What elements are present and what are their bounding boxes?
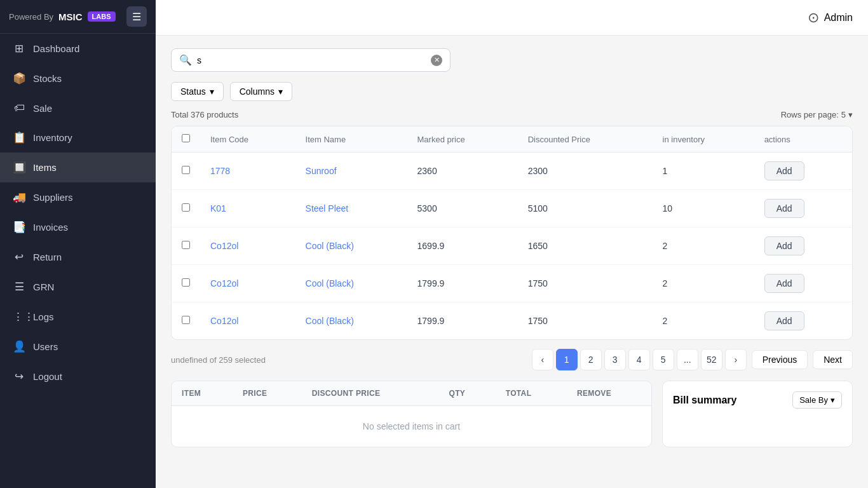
admin-area: ⊙ Admin: [808, 10, 853, 26]
clear-search-button[interactable]: ✕: [431, 55, 442, 66]
previous-button[interactable]: Previous: [752, 350, 808, 369]
page-controls: ‹12345...52›: [532, 349, 747, 370]
item-code-3: Co12ol: [200, 265, 295, 302]
item-name-link-2[interactable]: Cool (Black): [306, 241, 354, 251]
nav-label-inventory: Inventory: [33, 132, 72, 143]
page-btn-52[interactable]: 52: [701, 349, 722, 370]
page-btn-4[interactable]: 4: [628, 349, 650, 370]
add-button-2[interactable]: Add: [764, 236, 804, 255]
item-name-link-0[interactable]: Sunroof: [306, 166, 337, 176]
chevron-down-icon-3[interactable]: ▾: [848, 110, 853, 119]
row-checkbox-1[interactable]: [182, 203, 190, 212]
sidebar-item-grn[interactable]: ☰ GRN: [0, 272, 156, 302]
table-row: Co12ol Cool (Black) 1799.9 1750 2 Add: [172, 302, 852, 340]
page-next-chevron[interactable]: ›: [725, 349, 747, 370]
page-btn-3[interactable]: 3: [604, 349, 626, 370]
select-all-checkbox[interactable]: [182, 134, 190, 142]
page-btn-2[interactable]: 2: [580, 349, 602, 370]
table-row: Co12ol Cool (Black) 1699.9 1650 2 Add: [172, 227, 852, 265]
sidebar-item-users[interactable]: 👤 Users: [0, 332, 156, 362]
content-area: 🔍 ✕ Status ▾ Columns ▾ Total 376 product…: [156, 36, 868, 488]
item-code-link-2[interactable]: Co12ol: [210, 241, 238, 251]
sidebar-item-dashboard[interactable]: ⊞ Dashboard: [0, 34, 156, 64]
item-code-0: 1778: [200, 152, 295, 190]
row-checkbox-0[interactable]: [182, 166, 190, 174]
row-checkbox-4[interactable]: [182, 316, 190, 324]
cart-table-body: No selected items in cart: [172, 406, 651, 447]
item-code-link-4[interactable]: Co12ol: [210, 316, 238, 326]
col-header-5: in inventory: [653, 126, 754, 152]
item-name-link-4[interactable]: Cool (Black): [306, 316, 354, 326]
search-input[interactable]: [197, 55, 426, 65]
add-button-0[interactable]: Add: [764, 161, 804, 180]
table-header-row: Total 376 products Rows per page: 5 ▾: [171, 110, 853, 119]
table-body: 1778 Sunroof 2360 2300 1 Add K01 Steel P…: [172, 152, 852, 340]
col-header-0: [172, 126, 200, 152]
actions-3: Add: [754, 265, 852, 302]
sale-by-dropdown[interactable]: Sale By ▾: [792, 391, 842, 409]
status-filter-button[interactable]: Status ▾: [171, 82, 224, 101]
add-button-4[interactable]: Add: [764, 311, 804, 330]
cart-table-head: ITEMPRICEDISCOUNT PRICEQTYTOTALREMOVE: [172, 381, 651, 406]
add-button-1[interactable]: Add: [764, 199, 804, 218]
row-checkbox-cell-3: [172, 265, 200, 302]
chevron-down-icon-4: ▾: [831, 395, 835, 405]
marked-price-2: 1699.9: [407, 227, 518, 265]
item-code-link-3[interactable]: Co12ol: [210, 278, 238, 288]
next-button[interactable]: Next: [813, 350, 853, 369]
filter-row: Status ▾ Columns ▾: [171, 82, 853, 101]
actions-1: Add: [754, 190, 852, 227]
item-name-2: Cool (Black): [295, 227, 407, 265]
nav-label-sale: Sale: [33, 103, 52, 114]
sidebar-item-suppliers[interactable]: 🚚 Suppliers: [0, 182, 156, 212]
row-checkbox-cell-4: [172, 302, 200, 340]
page-btn-1[interactable]: 1: [556, 349, 578, 370]
item-code-link-0[interactable]: 1778: [210, 166, 230, 176]
sidebar-item-items[interactable]: 🔲 Items: [0, 152, 156, 182]
topbar: ⊙ Admin: [156, 0, 868, 36]
nav-icon-invoices: 📑: [13, 220, 25, 234]
page-prev-chevron[interactable]: ‹: [532, 349, 553, 370]
add-button-3[interactable]: Add: [764, 274, 804, 293]
nav-label-users: Users: [33, 341, 58, 352]
row-checkbox-2[interactable]: [182, 241, 190, 249]
sidebar-item-logs[interactable]: ⋮⋮ Logs: [0, 302, 156, 332]
sidebar: Powered By MSIC LABS ☰ ⊞ Dashboard 📦 Sto…: [0, 0, 156, 488]
nav-label-grn: GRN: [33, 281, 54, 292]
item-name-0: Sunroof: [295, 152, 407, 190]
item-code-1: K01: [200, 190, 295, 227]
actions-2: Add: [754, 227, 852, 265]
in-inventory-0: 1: [653, 152, 754, 190]
sidebar-item-stocks[interactable]: 📦 Stocks: [0, 64, 156, 93]
sidebar-item-inventory[interactable]: 📋 Inventory: [0, 123, 156, 152]
sidebar-item-logout[interactable]: ↪ Logout: [0, 362, 156, 391]
columns-filter-button[interactable]: Columns ▾: [230, 82, 292, 101]
item-code-link-1[interactable]: K01: [210, 203, 226, 214]
discounted-price-3: 1750: [518, 265, 653, 302]
cart-items-table: ITEMPRICEDISCOUNT PRICEQTYTOTALREMOVE No…: [172, 381, 651, 447]
item-name-link-3[interactable]: Cool (Black): [306, 278, 354, 288]
menu-button[interactable]: ☰: [126, 6, 147, 27]
page-btn-5[interactable]: 5: [653, 349, 674, 370]
row-checkbox-cell-1: [172, 190, 200, 227]
sidebar-item-sale[interactable]: 🏷 Sale: [0, 93, 156, 123]
sidebar-nav: ⊞ Dashboard 📦 Stocks 🏷 Sale 📋 Inventory …: [0, 34, 156, 391]
item-name-1: Steel Pleet: [295, 190, 407, 227]
sidebar-item-invoices[interactable]: 📑 Invoices: [0, 212, 156, 242]
actions-0: Add: [754, 152, 852, 190]
sidebar-item-return[interactable]: ↩ Return: [0, 242, 156, 272]
col-header-3: Marked price: [407, 126, 518, 152]
in-inventory-3: 2: [653, 265, 754, 302]
cart-col-1: PRICE: [233, 381, 302, 406]
main-content: ⊙ Admin 🔍 ✕ Status ▾ Columns ▾ Tot: [156, 0, 868, 488]
nav-label-stocks: Stocks: [33, 73, 62, 84]
row-checkbox-3[interactable]: [182, 278, 190, 287]
row-checkbox-cell-0: [172, 152, 200, 190]
discounted-price-2: 1650: [518, 227, 653, 265]
item-name-link-1[interactable]: Steel Pleet: [306, 203, 349, 214]
table-header-row: Item CodeItem NameMarked priceDiscounted…: [172, 126, 852, 152]
nav-icon-grn: ☰: [13, 280, 25, 294]
nav-icon-suppliers: 🚚: [13, 191, 25, 204]
cart-empty-text: No selected items in cart: [172, 406, 651, 447]
total-products-text: Total 376 products: [171, 110, 238, 119]
